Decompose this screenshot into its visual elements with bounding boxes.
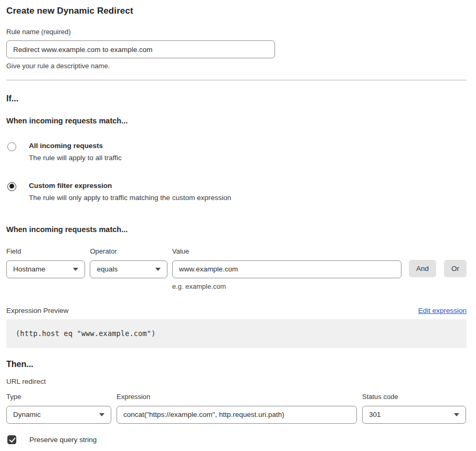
all-incoming-radio[interactable]: [7, 142, 16, 151]
all-incoming-texts: All incoming requests The rule will appl…: [29, 142, 122, 162]
redirect-expression-label: Expression: [117, 393, 357, 401]
or-button[interactable]: Or: [444, 260, 467, 277]
value-column: Value e.g. example.com: [172, 247, 401, 290]
expression-preview-code: (http.host eq "www.example.com"): [6, 319, 467, 348]
page-title: Create new Dynamic Redirect: [6, 6, 467, 16]
redirect-expression-input[interactable]: [117, 406, 357, 424]
expression-preview-section: Expression Preview Edit expression (http…: [6, 307, 467, 348]
field-select[interactable]: Hostname: [6, 260, 85, 278]
rule-name-label: Rule name (required): [6, 28, 467, 36]
match-heading: When incoming requests match...: [6, 117, 467, 125]
redirect-config-row: Type Dynamic Expression Status code 301: [6, 393, 467, 424]
operator-select[interactable]: equals: [90, 260, 167, 278]
preserve-query-row[interactable]: Preserve query string: [7, 435, 467, 444]
url-redirect-label: URL redirect: [6, 377, 467, 385]
chevron-down-icon: [73, 268, 78, 271]
all-incoming-description: The rule will apply to all traffic: [29, 154, 122, 162]
status-code-label: Status code: [362, 393, 466, 401]
filter-builder-row: Field Hostname Operator equals Value e.g…: [6, 247, 467, 290]
expression-preview-label: Expression Preview: [6, 307, 69, 314]
type-select[interactable]: Dynamic: [6, 406, 111, 424]
status-code-select-value: 301: [369, 411, 381, 418]
create-redirect-form: Create new Dynamic Redirect Rule name (r…: [0, 0, 473, 451]
field-column: Field Hostname: [6, 247, 85, 278]
if-heading: If...: [6, 94, 467, 103]
custom-filter-texts: Custom filter expression The rule will o…: [29, 182, 231, 202]
expression-preview-header: Expression Preview Edit expression: [6, 307, 467, 314]
rule-name-section: Rule name (required) Give your rule a de…: [6, 28, 467, 70]
filter-heading: When incoming requests match...: [6, 225, 467, 234]
rule-name-input[interactable]: [6, 40, 275, 58]
status-code-column: Status code 301: [362, 393, 466, 424]
chevron-down-icon: [454, 413, 459, 416]
field-label: Field: [6, 247, 85, 255]
section-divider: [6, 80, 467, 80]
value-helper: e.g. example.com: [172, 282, 401, 290]
custom-filter-label: Custom filter expression: [29, 182, 231, 191]
type-select-value: Dynamic: [13, 411, 41, 418]
operator-label: Operator: [90, 247, 167, 255]
custom-filter-radio[interactable]: [7, 182, 16, 191]
all-incoming-label: All incoming requests: [29, 142, 122, 151]
option-all-incoming[interactable]: All incoming requests The rule will appl…: [7, 142, 467, 162]
type-label: Type: [6, 393, 111, 401]
operator-column: Operator equals: [90, 247, 167, 278]
status-code-select[interactable]: 301: [362, 406, 466, 424]
redirect-expression-column: Expression: [117, 393, 357, 424]
value-input[interactable]: [172, 260, 401, 278]
preserve-query-checkbox[interactable]: [7, 435, 16, 444]
custom-filter-description: The rule will only apply to traffic matc…: [29, 194, 231, 202]
option-custom-filter[interactable]: Custom filter expression The rule will o…: [7, 182, 467, 202]
field-select-value: Hostname: [13, 265, 46, 273]
chevron-down-icon: [99, 413, 104, 416]
rule-name-helper: Give your rule a descriptive name.: [6, 62, 467, 70]
type-column: Type Dynamic: [6, 393, 111, 424]
operator-select-value: equals: [97, 265, 118, 273]
then-heading: Then...: [6, 360, 467, 369]
value-label: Value: [172, 247, 401, 255]
edit-expression-link[interactable]: Edit expression: [418, 307, 467, 314]
and-button[interactable]: And: [409, 260, 436, 277]
chevron-down-icon: [155, 268, 161, 271]
preserve-query-label: Preserve query string: [29, 436, 97, 444]
